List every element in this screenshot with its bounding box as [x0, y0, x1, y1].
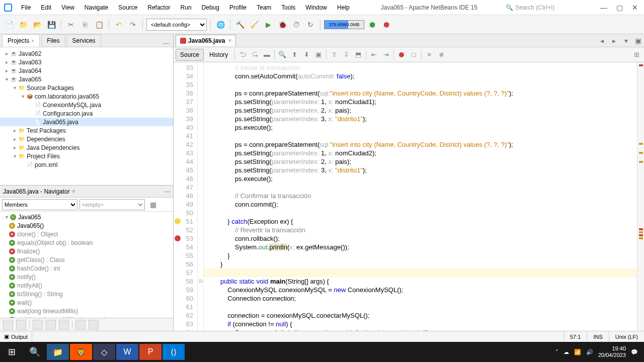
output-button[interactable]: ▣ Output [0, 331, 32, 342]
pause-icon[interactable]: ⬢ [366, 19, 378, 31]
nav-tb-7[interactable] [89, 320, 99, 330]
tree-item[interactable]: ▸☕Java064 [0, 66, 173, 75]
config-select[interactable]: <default config> [146, 19, 207, 31]
navigator-tree[interactable]: ▾CJava065●Java065()●clone() : Object●equ… [0, 212, 173, 318]
explorer-app[interactable]: 📁 [47, 344, 69, 360]
close-button[interactable]: ✕ [632, 4, 638, 12]
menu-tools[interactable]: Tools [276, 1, 300, 14]
profile-button[interactable]: ⏱ [290, 19, 302, 31]
etb-findprev-icon[interactable]: ⬆ [289, 49, 300, 60]
etb-toggle-bm-icon[interactable]: ⬒ [353, 49, 364, 60]
nav-item[interactable]: ●Java065() [0, 221, 173, 230]
vscode-app[interactable]: ⟨⟩ [163, 344, 185, 360]
line-gutter[interactable]: 3334353637383940414243444546474849505152… [174, 62, 198, 331]
source-mode-button[interactable]: Source [176, 49, 204, 61]
nav-item[interactable]: ●clone() : Object [0, 230, 173, 238]
tab-services[interactable]: Services [67, 34, 101, 47]
tab-files[interactable]: Files [41, 34, 65, 47]
stop-icon[interactable]: ⬢ [380, 19, 392, 31]
tree-item[interactable]: ▾📦com.laboratorio.java065 [0, 92, 173, 101]
menu-team[interactable]: Team [252, 1, 276, 14]
run-button[interactable]: ▶ [262, 19, 274, 31]
nav-tb-5[interactable] [59, 320, 69, 330]
redo-button[interactable]: ↷ [127, 19, 139, 31]
tree-item[interactable]: ▾📁Project Files [0, 152, 173, 160]
tree-item[interactable]: 📄Java065.java [0, 118, 173, 126]
menu-help[interactable]: Help [332, 1, 355, 14]
etb-record-icon[interactable] [396, 49, 407, 60]
menu-edit[interactable]: Edit [36, 1, 56, 14]
nav-item[interactable]: ●toString() : String [0, 290, 173, 298]
etb-findnext-icon[interactable]: ⬇ [301, 49, 312, 60]
etb-comment-icon[interactable]: ≡ [424, 49, 435, 60]
start-button[interactable]: ⊞ [0, 342, 23, 362]
netbeans-app[interactable]: ◇ [93, 344, 115, 360]
undo-button[interactable]: ↶ [113, 19, 125, 31]
etb-split-icon[interactable]: ⊞ [631, 49, 642, 60]
tree-item[interactable]: ▸☕Java063 [0, 58, 173, 66]
tree-item[interactable]: 📄Configuracion.java [0, 109, 173, 118]
tree-item[interactable]: ▸☕Java062 [0, 49, 173, 58]
etb-shift-right-icon[interactable]: ⇥ [380, 49, 391, 60]
etb-uncomment-icon[interactable]: ≢ [436, 49, 447, 60]
nav-tb-1[interactable] [3, 320, 13, 330]
history-mode-button[interactable]: History [205, 49, 232, 61]
tree-item[interactable]: 📄ConexionMySQL.java [0, 101, 173, 109]
nav-item[interactable]: ●notifyAll() [0, 281, 173, 290]
nav-tb-3[interactable] [33, 320, 43, 330]
etb-prev-bm-icon[interactable]: ⇧ [329, 49, 340, 60]
menu-refactor[interactable]: Refactor [142, 1, 175, 14]
search-button[interactable]: 🔍 [23, 342, 46, 362]
tree-item[interactable]: ▾📁Source Packages [0, 83, 173, 92]
code-lines[interactable]: // Iniciar la transacción conn.setAutoCo… [204, 62, 637, 331]
search-box[interactable]: 🔍 Search (Ctrl+I) [504, 2, 594, 13]
debug-button[interactable]: 🐞 [276, 19, 288, 31]
tree-item[interactable]: ▸📁Java Dependencies [0, 143, 173, 152]
menu-profile[interactable]: Profile [224, 1, 252, 14]
tree-item[interactable]: ▾☕Java065 [0, 75, 173, 83]
etb-shift-left-icon[interactable]: ⇤ [368, 49, 379, 60]
nav-tb-2[interactable] [16, 320, 26, 330]
tree-item[interactable]: 📄pom.xml [0, 160, 173, 169]
nav-item[interactable]: ●equals(Object obj) : boolean [0, 238, 173, 247]
cut-button[interactable]: ✂ [65, 19, 77, 31]
paste-button[interactable]: 📋 [93, 19, 105, 31]
clean-build-button[interactable]: 🧹 [248, 19, 260, 31]
etb-next-bm-icon[interactable]: ⇩ [341, 49, 352, 60]
tab-maximize-icon[interactable]: ▣ [632, 35, 644, 47]
projects-tree[interactable]: ▸☕Java062▸☕Java063▸☕Java064▾☕Java065▾📁So… [0, 47, 173, 185]
fold-column[interactable]: ⊟ [198, 62, 204, 331]
tab-projects[interactable]: Projects× [2, 34, 40, 47]
minimize-button[interactable]: — [600, 4, 607, 12]
tray-up-icon[interactable]: ˄ [555, 349, 558, 355]
nav-item[interactable]: ●finalize() [0, 247, 173, 255]
menu-navigate[interactable]: Navigate [79, 1, 113, 14]
error-strip[interactable] [637, 62, 644, 331]
memory-indicator[interactable]: 379.8/860.0MB [324, 20, 364, 29]
tab-close-icon[interactable]: × [228, 37, 231, 44]
open-button[interactable]: 📂 [31, 19, 43, 31]
save-all-button[interactable]: 💾 [45, 19, 57, 31]
code-editor[interactable]: 3334353637383940414243444546474849505152… [174, 62, 644, 331]
notifications-icon[interactable]: 💬 [631, 349, 638, 355]
new-project-button[interactable]: 📁 [17, 19, 29, 31]
nav-close-icon[interactable]: × [72, 188, 75, 195]
tab-nav-right-icon[interactable]: ▸ [608, 35, 620, 47]
tree-item[interactable]: ▸📁Test Packages [0, 126, 173, 135]
menu-source[interactable]: Source [113, 1, 142, 14]
menu-file[interactable]: File [16, 1, 36, 14]
etb-highlight-icon[interactable]: ▣ [313, 49, 324, 60]
nav-item[interactable]: ●wait() [0, 298, 173, 307]
copy-button[interactable]: ⎘ [79, 19, 91, 31]
maximize-button[interactable]: ▢ [616, 4, 623, 12]
nav-item[interactable]: ●hashCode() : int [0, 264, 173, 273]
brave-app[interactable]: 🦁 [70, 344, 92, 360]
etb-back-icon[interactable]: ⮌ [237, 49, 248, 60]
build-button[interactable]: 🔨 [234, 19, 246, 31]
members-select[interactable]: Members [2, 199, 77, 210]
tab-nav-left-icon[interactable]: ◂ [596, 35, 608, 47]
menu-view[interactable]: View [56, 1, 79, 14]
menu-debug[interactable]: Debug [197, 1, 224, 14]
nav-tb-6[interactable] [75, 320, 86, 330]
nav-item[interactable]: ●notify() [0, 273, 173, 281]
